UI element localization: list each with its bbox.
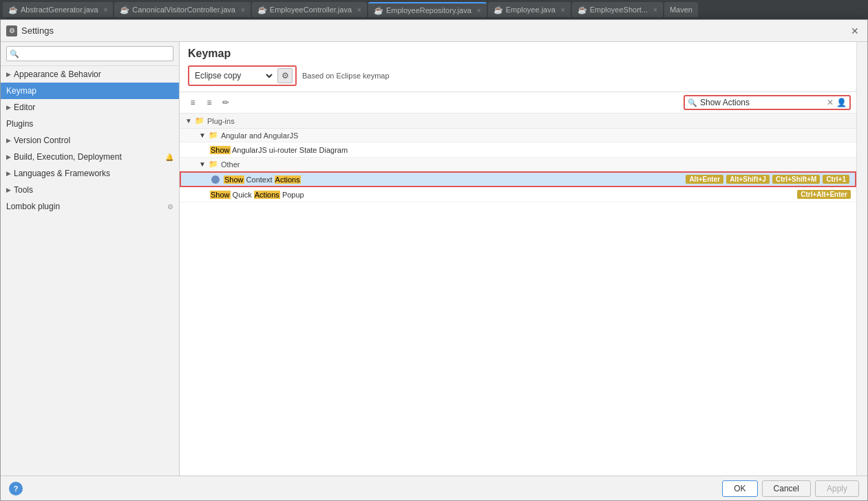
sidebar-search-input[interactable]	[6, 46, 173, 61]
close-button[interactable]: ✕	[848, 24, 862, 38]
chevron-right-icon: ▶	[6, 186, 11, 193]
tree-group-plugins[interactable]: ▼ 📁 Plug-ins	[180, 114, 856, 129]
ide-tabbar: ☕ AbstractGenerator.java × ☕ CanonicalVi…	[0, 0, 868, 19]
chevron-right-icon: ▶	[6, 104, 11, 111]
sidebar-item-plugins[interactable]: Plugins	[1, 116, 179, 132]
chevron-right-icon: ▶	[6, 170, 11, 177]
highlight-show: Show	[224, 175, 244, 184]
ide-tab-6[interactable]: ☕ EmployeeShort... ×	[572, 2, 663, 17]
file-icon: ☕	[257, 6, 267, 14]
shortcut-badge-alt-shift-j: Alt+Shift+J	[726, 175, 770, 184]
tab-label: EmployeeShort...	[590, 6, 648, 14]
close-icon[interactable]: ×	[241, 6, 245, 14]
search-input[interactable]	[700, 98, 824, 107]
dialog-titlebar: ⚙ Settings ✕	[1, 20, 867, 42]
shortcut-badge-ctrl-alt-enter: Ctrl+Alt+Enter	[797, 190, 851, 199]
tree-item-context-actions[interactable]: Show Context Actions Alt+Enter Alt+Shift…	[180, 171, 856, 187]
sidebar-item-version-control[interactable]: ▶ Version Control	[1, 132, 179, 149]
ide-tab-2[interactable]: ☕ CanonicalVisitorController.java ×	[114, 2, 250, 17]
content-header: Keymap Eclipse copy ⚙ Based on Eclipse k…	[180, 42, 856, 92]
content-area: Keymap Eclipse copy ⚙ Based on Eclipse k…	[180, 42, 856, 476]
tree-subgroup-angular[interactable]: ▼ 📁 Angular and AngularJS	[180, 129, 856, 142]
ide-tab-5[interactable]: ☕ Employee.java ×	[488, 2, 571, 17]
gear-icon: ⚙	[167, 203, 173, 211]
item-label: Show AngularJS ui-router State Diagram	[210, 146, 348, 154]
sidebar-item-label: Build, Execution, Deployment	[14, 152, 122, 162]
dialog-title: Settings	[21, 25, 848, 36]
subgroup-label: Angular and AngularJS	[221, 131, 299, 140]
tree-item-angular-state[interactable]: Show AngularJS ui-router State Diagram	[180, 142, 856, 158]
sidebar: ▶ Appearance & Behavior Keymap ▶ Editor …	[1, 42, 180, 476]
chevron-down-icon: ▼	[199, 160, 206, 168]
file-icon: ☕	[578, 6, 587, 14]
help-button[interactable]: ?	[9, 482, 23, 495]
sidebar-item-languages[interactable]: ▶ Languages & Frameworks	[1, 165, 179, 182]
sidebar-item-label: Tools	[14, 185, 33, 195]
tree-subgroup-other[interactable]: ▼ 📁 Other	[180, 158, 856, 171]
ide-tab-7[interactable]: Maven	[664, 2, 698, 17]
content-title: Keymap	[188, 47, 848, 60]
edit-button[interactable]: ✏	[218, 95, 233, 110]
sidebar-item-keymap[interactable]: Keymap	[1, 83, 179, 99]
sidebar-item-label: Appearance & Behavior	[14, 70, 101, 79]
close-icon[interactable]: ×	[357, 6, 361, 14]
badge-icon: 🔔	[165, 153, 173, 161]
expand-all-button[interactable]: ≡	[185, 95, 200, 110]
sidebar-item-label: Lombok plugin	[6, 202, 60, 211]
sidebar-item-appearance[interactable]: ▶ Appearance & Behavior	[1, 66, 179, 83]
settings-dialog: ⚙ Settings ✕ ▶ Appearance & Behavior Key…	[0, 19, 868, 501]
collapse-all-button[interactable]: ≡	[202, 95, 217, 110]
keymap-tree: ▼ 📁 Plug-ins ▼ 📁 Angular and AngularJS S…	[180, 114, 856, 476]
sidebar-item-label: Editor	[14, 103, 35, 112]
ide-tab-3[interactable]: ☕ EmployeeController.java ×	[252, 2, 367, 17]
chevron-down-icon: ▼	[185, 117, 192, 125]
tab-label: Maven	[670, 6, 692, 14]
file-icon: ☕	[374, 6, 383, 15]
search-area: 🔍 ✕ 👤	[684, 95, 851, 110]
shortcut-badges: Alt+Enter Alt+Shift+J Ctrl+Shift+M Ctrl+…	[686, 175, 849, 184]
keymap-select[interactable]: Eclipse copy	[192, 68, 275, 83]
shortcut-badges: Ctrl+Alt+Enter	[797, 190, 851, 199]
chevron-right-icon: ▶	[6, 71, 11, 78]
clear-search-button[interactable]: ✕	[827, 98, 834, 107]
cancel-button[interactable]: Cancel	[762, 480, 811, 497]
chevron-right-icon: ▶	[6, 137, 11, 144]
close-icon[interactable]: ×	[653, 6, 657, 14]
apply-button[interactable]: Apply	[815, 480, 859, 497]
dialog-footer: ? OK Cancel Apply	[1, 476, 867, 500]
settings-icon: ⚙	[6, 25, 17, 36]
sidebar-search-area	[1, 42, 179, 66]
folder-icon: 📁	[209, 131, 218, 140]
tree-item-quick-actions[interactable]: Show Quick Actions Popup Ctrl+Alt+Enter	[180, 187, 856, 202]
shortcut-badge-ctrl-shift-m: Ctrl+Shift+M	[772, 175, 820, 184]
close-icon[interactable]: ×	[477, 7, 481, 14]
folder-icon: 📁	[209, 160, 218, 169]
ok-button[interactable]: OK	[722, 480, 757, 497]
close-icon[interactable]: ×	[104, 6, 108, 14]
keymap-based-text: Based on Eclipse keymap	[302, 72, 390, 80]
right-strip	[856, 42, 867, 476]
item-label: Show Context Actions	[224, 175, 301, 184]
group-label: Plug-ins	[207, 117, 235, 125]
sidebar-item-label: Keymap	[6, 86, 36, 96]
shortcut-badge-ctrl-1: Ctrl+1	[823, 175, 849, 184]
footer-buttons: OK Cancel Apply	[722, 480, 859, 497]
keymap-gear-button[interactable]: ⚙	[277, 68, 293, 83]
keymap-toolbar: ≡ ≡ ✏ 🔍 ✕ 👤	[180, 92, 856, 114]
keymap-select-wrapper: Eclipse copy ⚙	[188, 65, 297, 86]
sidebar-item-lombok[interactable]: Lombok plugin ⚙	[1, 198, 179, 215]
sidebar-item-build[interactable]: ▶ Build, Execution, Deployment 🔔	[1, 149, 179, 165]
ide-tab-4[interactable]: ☕ EmployeeRepository.java ×	[368, 2, 487, 17]
action-icon	[211, 175, 220, 184]
ide-tab-1[interactable]: ☕ AbstractGenerator.java ×	[3, 2, 113, 17]
item-label: Show Quick Actions Popup	[210, 191, 304, 199]
tab-label: EmployeeController.java	[270, 6, 352, 14]
tab-label: CanonicalVisitorController.java	[132, 6, 235, 14]
chevron-down-icon: ▼	[199, 131, 206, 139]
sidebar-item-tools[interactable]: ▶ Tools	[1, 182, 179, 198]
highlight-actions: Actions	[275, 175, 301, 184]
sidebar-item-editor[interactable]: ▶ Editor	[1, 99, 179, 116]
close-icon[interactable]: ×	[561, 6, 565, 14]
file-icon: ☕	[8, 6, 18, 14]
expand-search-button[interactable]: 👤	[836, 98, 847, 107]
